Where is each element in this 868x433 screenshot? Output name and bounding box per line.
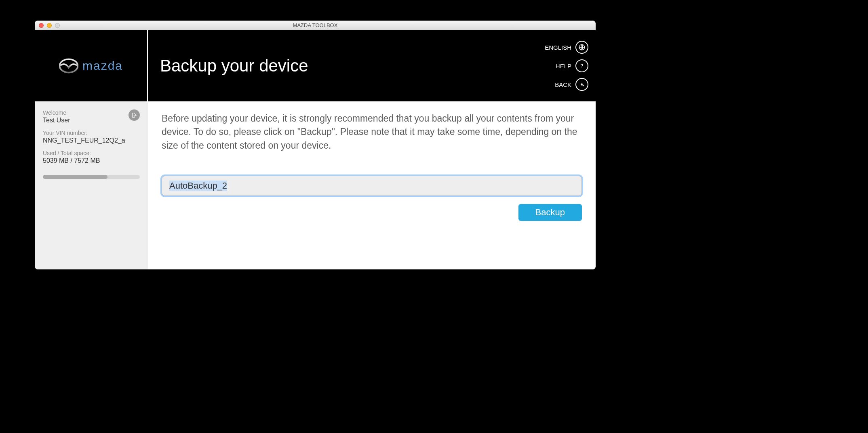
window-minimize-button[interactable] (47, 23, 52, 28)
app-window: MAZDA TOOLBOX mazda (35, 21, 596, 269)
backup-description: Before updating your device, it is stron… (162, 112, 582, 152)
actions-row: Backup (162, 204, 582, 221)
app-header: mazda Backup your device ENGLISH HELP (35, 30, 596, 101)
back-link[interactable]: BACK (523, 78, 588, 91)
vin-label: Your VIN number: (43, 130, 140, 136)
header-right-links: ENGLISH HELP (523, 30, 596, 101)
language-link[interactable]: ENGLISH (523, 41, 588, 54)
vin-value: NNG_TEST_FEUR_12Q2_a (43, 137, 140, 144)
back-arrow-icon (575, 78, 588, 91)
question-icon (575, 59, 588, 72)
globe-icon (575, 41, 588, 54)
mazda-emblem-icon (59, 56, 78, 76)
space-label: Used / Total space: (43, 150, 140, 156)
mazda-logo-text: mazda (82, 59, 123, 73)
back-label: BACK (555, 81, 571, 88)
header-logo-area: mazda (35, 30, 148, 101)
backup-button[interactable]: Backup (518, 204, 582, 221)
page-title: Backup your device (160, 56, 308, 76)
header-center: Backup your device (148, 30, 523, 101)
welcome-label: Welcome (43, 109, 140, 116)
svg-point-0 (59, 59, 78, 73)
user-name: Test User (43, 117, 140, 124)
logout-icon (131, 112, 137, 118)
window-close-button[interactable] (39, 23, 44, 28)
storage-progress (43, 175, 140, 179)
space-value: 5039 MB / 7572 MB (43, 157, 140, 164)
main-content: Before updating your device, it is stron… (148, 101, 596, 269)
mazda-logo: mazda (59, 56, 123, 76)
logout-button[interactable] (129, 109, 140, 121)
titlebar: MAZDA TOOLBOX (35, 21, 596, 30)
sidebar: Welcome Test User Your VIN number: NNG_T… (35, 101, 148, 269)
help-label: HELP (556, 63, 571, 69)
window-title: MAZDA TOOLBOX (35, 22, 596, 28)
traffic-lights (35, 23, 60, 28)
storage-progress-fill (43, 175, 107, 179)
app-body: Welcome Test User Your VIN number: NNG_T… (35, 101, 596, 269)
window-maximize-button[interactable] (55, 23, 60, 28)
help-link[interactable]: HELP (523, 59, 588, 72)
language-label: ENGLISH (545, 44, 571, 51)
svg-point-2 (581, 67, 582, 68)
backup-name-input[interactable] (162, 176, 582, 196)
